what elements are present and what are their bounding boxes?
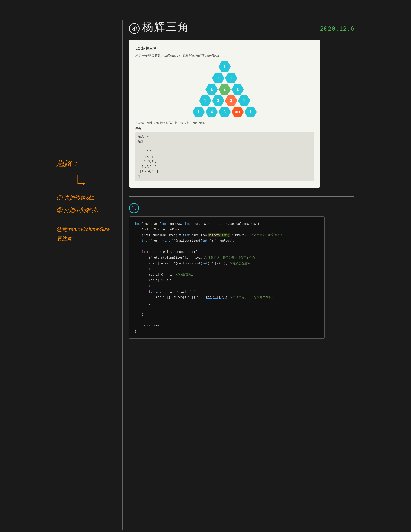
code-line-1: int** generate(int numRows, int* returnS… — [134, 221, 319, 227]
code-line-16: } — [134, 306, 319, 312]
hex-3-2: 2 — [218, 84, 231, 95]
hex-5-4: 3+1 — [232, 107, 244, 117]
page: 思路： ① 先把边缘赋1 ② 再把中间解决. 注意*returnColumnSi… — [0, 0, 411, 532]
example-box: 输入: 5 输出: [ [1], [1,1], [1,2,1], [1,3,3,… — [135, 132, 314, 181]
bottom-note-line1: 注意*returnColumnSize — [56, 225, 118, 234]
example-label: 示例： — [135, 127, 314, 131]
handwritten-notes-area: 思路： ① 先把边缘赋1 ② 再把中间解决. 注意*returnColumnSi… — [56, 158, 118, 243]
step2: ② 再把中间解决. — [56, 204, 118, 216]
code-line-3: (*returnColumnSizes) = (int *)malloc(siz… — [134, 232, 319, 238]
ex-line1: 输入: 5 — [138, 134, 311, 139]
hex-row-1: 1 — [218, 61, 231, 72]
notes-title: 思路： — [56, 158, 118, 169]
mid-divider — [56, 152, 118, 152]
arrow-indicator — [74, 173, 118, 191]
code-line-4: int **res = (int **)malloc(sizeof(int *)… — [134, 238, 319, 244]
hex-4-1: 1 — [199, 95, 211, 106]
code-line-10: res[i][0] = 1; //边缘都为1 — [134, 272, 319, 278]
code-line-12: { — [134, 283, 319, 289]
code-line-19: return res; — [134, 323, 319, 329]
code-circle-marker: ① — [129, 203, 139, 213]
arrow-svg — [74, 173, 91, 190]
hex-5-5: 1 — [244, 107, 257, 117]
ex-line7: [1,3,3,1], — [138, 164, 311, 169]
code-line-7: (*returnColumnSizes)[i] = i+1; //注意给这个赋值… — [134, 255, 319, 261]
kw-int: int — [134, 222, 140, 226]
hex-row-2: 1 1 — [212, 73, 237, 83]
bottom-note-line2: 要注意. — [56, 234, 118, 243]
hex-3-1: 1 — [206, 84, 218, 95]
triangle-note: 在杨辉三角中，每个数是它左上方和右上方的数的和。 — [135, 121, 314, 125]
spacer — [56, 216, 118, 225]
lc-card: LC 杨辉三角 给定一个非负整数 numRows，生成杨辉三角的前 numRow… — [129, 39, 320, 188]
ex-line9: ] — [138, 174, 311, 179]
hex-4-2: 3 — [212, 95, 224, 106]
ex-line6: [1,2,1], — [138, 159, 311, 164]
top-border — [56, 13, 355, 13]
hex-4-4: 1 — [238, 95, 250, 106]
code-line-9: { — [134, 266, 319, 272]
lc-description: 给定一个非负整数 numRows，生成杨辉三角的前 numRows 行。 — [135, 54, 314, 58]
hex-2-2: 1 — [225, 73, 237, 83]
section-divider — [129, 196, 355, 197]
lc-card-title: LC 杨辉三角 — [135, 46, 314, 51]
ex-line5: [1,1], — [138, 154, 311, 159]
hex-5-2: 4 — [206, 107, 218, 117]
right-column: ④ 杨辉三角 2020.12.6 LC 杨辉三角 给定一个非负整数 numRow… — [122, 19, 355, 530]
title-row: ④ 杨辉三角 2020.12.6 — [129, 19, 355, 35]
step1: ① 先把边缘赋1 — [56, 192, 118, 204]
hex-5-3: 6 — [218, 107, 231, 117]
code-box: int** generate(int numRows, int* returnS… — [129, 216, 325, 339]
code-line-20: } — [134, 329, 319, 334]
title-number: ④ — [129, 23, 140, 34]
left-column: 思路： ① 先把边缘赋1 ② 再把中间解决. 注意*returnColumnSi… — [56, 19, 122, 530]
hex-5-1: 1 — [193, 107, 205, 117]
code-line-11: res[i][i] = 1; — [134, 277, 319, 283]
main-title: 杨辉三角 — [142, 19, 190, 35]
ex-line3: [ — [138, 144, 311, 149]
ex-line2: 输出: — [138, 139, 311, 144]
code-line-13: for(int j = 1;j < i;j++) { — [134, 289, 319, 295]
code-line-5 — [134, 244, 319, 249]
hex-row-3: 1 2 1 — [206, 84, 244, 95]
ex-line4: [1], — [138, 149, 311, 154]
code-line-6: for(int i = 0;i < numRows;i++){ — [134, 249, 319, 255]
hex-row-5: 1 4 6 3+1 1 — [193, 107, 257, 117]
title-left: ④ 杨辉三角 — [129, 19, 190, 35]
hex-2-1: 1 — [212, 73, 224, 83]
bottom-note: 注意*returnColumnSize 要注意. — [56, 225, 118, 243]
date-text: 2020.12.6 — [320, 25, 355, 33]
hex-3-3: 1 — [232, 84, 244, 95]
step-notes: ① 先把边缘赋1 ② 再把中间解决. — [56, 192, 118, 216]
code-line-18 — [134, 317, 319, 323]
left-top-space — [56, 19, 118, 152]
hex-4-3: 3 — [225, 95, 237, 106]
svg-marker-0 — [83, 182, 85, 185]
hex-grid: 1 1 1 1 2 1 — [193, 61, 257, 117]
code-line-8: res[i] = (int *)malloc(sizeof(int) * (i+… — [134, 261, 319, 266]
code-line-17: } — [134, 312, 319, 317]
code-line-14: res[i][j] = res[i-1][j-1] + res[i-1][j];… — [134, 294, 319, 300]
hex-row-4: 1 3 3 1 — [199, 95, 250, 106]
ex-line8: [1,4,6,4,1] — [138, 169, 311, 174]
code-section-header: ① — [129, 203, 355, 213]
triangle-diagram: 1 1 1 1 2 1 — [135, 61, 314, 117]
code-line-15: } — [134, 300, 319, 306]
hex-1-1: 1 — [218, 61, 231, 72]
code-line-2: *returnSize = numRows; — [134, 227, 319, 232]
main-layout: 思路： ① 先把边缘赋1 ② 再把中间解决. 注意*returnColumnSi… — [56, 19, 355, 530]
